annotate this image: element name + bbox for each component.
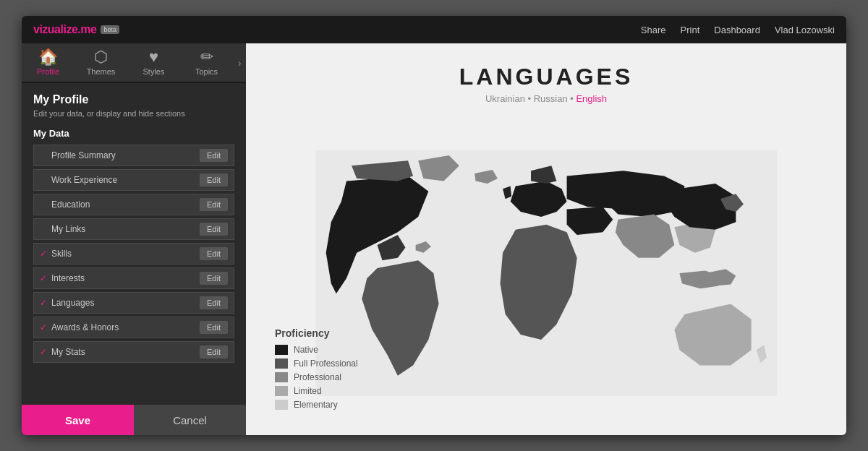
tabs-arrow[interactable]: ›	[233, 43, 246, 82]
legend-label: Elementary	[294, 400, 338, 410]
proficiency-title: Proficiency	[275, 327, 358, 339]
edit-btn-work-experience[interactable]: Edit	[200, 173, 228, 186]
edit-btn-skills[interactable]: Edit	[200, 247, 228, 260]
data-row-interests: ✓ Interests Edit	[33, 267, 234, 289]
data-row-my-links: My Links Edit	[33, 218, 234, 240]
legend-item: Professional	[275, 372, 358, 382]
data-row-profile-summary: Profile Summary Edit	[33, 145, 234, 166]
check-awards: ✓	[40, 322, 51, 332]
user-link[interactable]: Vlad Lozowski	[775, 25, 835, 35]
app-window: vizualize.me beta Share Print Dashboard …	[22, 16, 846, 435]
label-skills: Skills	[51, 249, 200, 259]
legend-swatch	[275, 358, 288, 369]
sidebar-subtitle: Edit your data, or display and hide sect…	[33, 109, 234, 118]
logo-name: vizualize	[33, 23, 77, 35]
edit-btn-interests[interactable]: Edit	[200, 272, 228, 285]
my-data-section-title: My Data	[33, 128, 234, 139]
legend-item: Full Professional	[275, 358, 358, 369]
logo-colored: .me	[77, 23, 96, 35]
sidebar-body: My Profile Edit your data, or display an…	[22, 83, 246, 405]
label-interests: Interests	[51, 273, 200, 283]
edit-btn-awards[interactable]: Edit	[200, 321, 228, 334]
check-interests: ✓	[40, 273, 51, 283]
label-my-stats: My Stats	[51, 347, 200, 357]
label-languages: Languages	[51, 298, 200, 308]
sidebar-footer: Save Cancel	[22, 405, 246, 435]
sidebar: 🏠 Profile ⬡ Themes ♥ Styles ✏ Topics ›	[22, 43, 246, 435]
legend-label: Full Professional	[294, 358, 358, 369]
legend-item: Native	[275, 345, 358, 355]
styles-icon: ♥	[149, 49, 158, 65]
sidebar-title: My Profile	[33, 93, 234, 106]
edit-btn-languages[interactable]: Edit	[200, 296, 228, 309]
data-row-my-stats: ✓ My Stats Edit	[33, 341, 234, 363]
legend-swatch	[275, 400, 288, 410]
check-skills: ✓	[40, 249, 51, 259]
data-row-languages: ✓ Languages Edit	[33, 292, 234, 314]
legend-label: Professional	[294, 372, 341, 382]
main-panel: LANGUAGES Ukrainian • Russian • English	[246, 43, 846, 435]
tab-profile[interactable]: 🏠 Profile	[22, 43, 75, 82]
data-rows: Profile Summary Edit Work Experience Edi…	[33, 145, 234, 363]
legend-swatch	[275, 345, 288, 355]
themes-icon: ⬡	[94, 49, 108, 65]
languages-title: LANGUAGES	[246, 64, 846, 90]
languages-header: LANGUAGES Ukrainian • Russian • English	[246, 43, 846, 111]
sep2: •	[568, 93, 576, 104]
topics-icon: ✏	[200, 49, 213, 65]
label-education: Education	[51, 199, 200, 210]
tab-themes[interactable]: ⬡ Themes	[75, 43, 127, 82]
tab-themes-label: Themes	[87, 67, 116, 76]
legend-label: Limited	[294, 386, 322, 396]
logo-text: vizualize.me	[33, 23, 96, 36]
label-awards: Awards & Honors	[51, 322, 200, 332]
data-row-work-experience: Work Experience Edit	[33, 169, 234, 191]
top-nav: Share Print Dashboard Vlad Lozowski	[641, 25, 835, 35]
sep1: •	[525, 93, 534, 104]
lang2: Russian	[534, 93, 568, 104]
proficiency-panel: Proficiency Native Full Professional Pro…	[275, 327, 358, 413]
tab-profile-label: Profile	[37, 67, 59, 76]
top-bar: vizualize.me beta Share Print Dashboard …	[22, 16, 846, 43]
lang3: English	[576, 93, 607, 104]
tab-topics-label: Topics	[195, 67, 218, 76]
tab-topics[interactable]: ✏ Topics	[180, 43, 233, 82]
lang1: Ukrainian	[485, 93, 525, 104]
save-button[interactable]: Save	[22, 405, 134, 435]
legend-swatch	[275, 372, 288, 382]
print-link[interactable]: Print	[681, 25, 700, 35]
data-row-awards: ✓ Awards & Honors Edit	[33, 317, 234, 338]
languages-subtitle: Ukrainian • Russian • English	[246, 93, 846, 104]
nav-tabs: 🏠 Profile ⬡ Themes ♥ Styles ✏ Topics ›	[22, 43, 246, 83]
edit-btn-my-links[interactable]: Edit	[200, 223, 228, 236]
tab-styles-label: Styles	[143, 67, 165, 76]
check-languages: ✓	[40, 298, 51, 308]
edit-btn-education[interactable]: Edit	[200, 198, 228, 211]
legend-item: Elementary	[275, 400, 358, 410]
label-work-experience: Work Experience	[51, 175, 200, 185]
check-my-stats: ✓	[40, 347, 51, 357]
profile-icon: 🏠	[38, 49, 58, 65]
edit-btn-my-stats[interactable]: Edit	[200, 345, 228, 358]
share-link[interactable]: Share	[641, 25, 666, 35]
logo-area: vizualize.me beta	[33, 23, 119, 36]
beta-badge: beta	[101, 25, 119, 34]
main-content: 🏠 Profile ⬡ Themes ♥ Styles ✏ Topics ›	[22, 43, 846, 435]
data-row-skills: ✓ Skills Edit	[33, 243, 234, 265]
legend-item: Limited	[275, 386, 358, 396]
legend-swatch	[275, 386, 288, 396]
map-container: Proficiency Native Full Professional Pro…	[246, 111, 846, 435]
tab-styles[interactable]: ♥ Styles	[127, 43, 180, 82]
cancel-button[interactable]: Cancel	[134, 405, 246, 435]
legend-label: Native	[294, 345, 318, 355]
dashboard-link[interactable]: Dashboard	[714, 25, 760, 35]
label-profile-summary: Profile Summary	[51, 150, 200, 160]
label-my-links: My Links	[51, 224, 200, 234]
edit-btn-profile-summary[interactable]: Edit	[200, 149, 228, 162]
data-row-education: Education Edit	[33, 194, 234, 215]
